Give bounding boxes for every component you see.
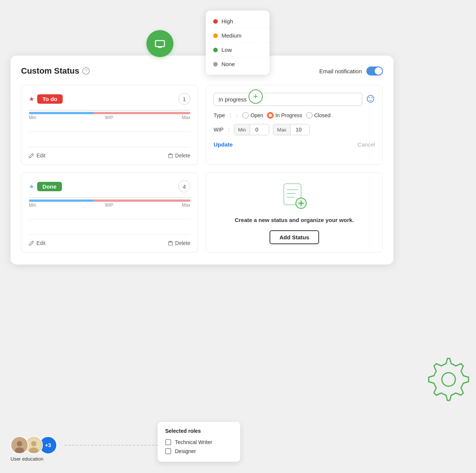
edit-icon <box>29 153 34 158</box>
add-panel-text: Create a new status and organize your wo… <box>235 216 354 225</box>
priority-medium[interactable]: Medium <box>206 29 270 43</box>
add-status-illustration <box>279 181 309 211</box>
status-card-done: ★ Done 4 Min WIP Max <box>21 172 198 252</box>
role-designer[interactable]: Designer <box>165 447 233 456</box>
priority-dot-none <box>213 62 218 66</box>
avatar-1 <box>11 436 29 454</box>
trash-icon <box>168 153 173 158</box>
done-bar-track <box>29 199 190 202</box>
todo-wip-label: WIP <box>105 115 113 120</box>
done-wip-bar: Min WIP Max <box>29 198 190 208</box>
wip-label: WIP <box>214 127 223 133</box>
todo-bar-track <box>29 112 190 114</box>
svg-rect-3 <box>169 154 172 158</box>
wip-max-label: Max <box>273 125 291 135</box>
done-edit-button[interactable]: Edit <box>29 240 45 246</box>
svg-point-23 <box>442 373 455 386</box>
wip-min-input[interactable] <box>250 124 269 135</box>
todo-sublabels: Min WIP Max <box>29 115 190 120</box>
role-designer-checkbox[interactable] <box>165 448 171 454</box>
todo-card-header: ★ To do 1 <box>29 93 190 105</box>
todo-wip-bar: Min WIP Max <box>29 110 190 120</box>
done-count: 4 <box>178 180 190 192</box>
done-star-icon[interactable]: ★ <box>29 183 34 190</box>
role-technical-writer-checkbox[interactable] <box>165 439 171 445</box>
user-avatar-2 <box>26 438 41 453</box>
email-notification-toggle[interactable] <box>366 66 383 76</box>
todo-star-icon[interactable]: ★ <box>29 95 34 103</box>
todo-badge: To do <box>37 94 63 104</box>
gear-icon <box>420 353 472 407</box>
svg-rect-11 <box>169 242 172 245</box>
done-card-header: ★ Done 4 <box>29 180 190 192</box>
wip-max-input[interactable] <box>291 124 309 135</box>
roles-title: Selected roles <box>165 428 233 434</box>
todo-max-label: Max <box>182 115 190 120</box>
type-open-option[interactable]: Open <box>242 112 263 119</box>
type-row: Type : : Open In Progress Closed <box>214 112 375 119</box>
todo-divider <box>29 147 190 147</box>
type-closed-option[interactable]: Closed <box>306 112 331 119</box>
priority-none-label: None <box>221 61 235 67</box>
edit-panel: Type : : Open In Progress Closed WIP <box>206 85 383 165</box>
type-closed-radio[interactable] <box>306 112 313 119</box>
edit-panel-header <box>214 93 375 106</box>
status-name-input[interactable] <box>214 93 362 106</box>
priority-high-label: High <box>221 18 233 24</box>
type-inprogress-option[interactable]: In Progress <box>267 112 302 119</box>
priority-dropdown[interactable]: High Medium Low None <box>206 11 270 75</box>
title-row: Custom Status ? <box>21 66 90 76</box>
wip-min-label: Min <box>234 125 250 135</box>
add-status-button[interactable]: Add Status <box>270 230 319 244</box>
done-card-left: ★ Done <box>29 182 62 191</box>
priority-dot-medium <box>213 33 218 38</box>
todo-delete-button[interactable]: Delete <box>168 153 190 159</box>
edit-actions: Update Cancel <box>214 141 375 148</box>
add-status-panel: Create a new status and organize your wo… <box>206 172 383 252</box>
card-header: Custom Status ? Email notification <box>21 66 383 76</box>
screen-record-button[interactable] <box>146 30 173 57</box>
svg-point-8 <box>367 95 374 102</box>
todo-edit-button[interactable]: Edit <box>29 153 45 159</box>
status-grid: ★ To do 1 Min WIP Max <box>21 85 383 252</box>
done-max-label: Max <box>182 202 190 208</box>
status-card-todo: ★ To do 1 Min WIP Max <box>21 85 198 165</box>
role-designer-label: Designer <box>175 448 196 454</box>
update-button[interactable]: Update <box>214 141 233 148</box>
svg-point-25 <box>17 441 22 446</box>
add-new-status-button[interactable]: + <box>249 89 263 104</box>
done-badge: Done <box>37 182 62 191</box>
type-open-label: Open <box>250 112 263 118</box>
type-inprogress-radio[interactable] <box>267 112 274 119</box>
type-closed-label: Closed <box>314 112 331 118</box>
priority-high[interactable]: High <box>206 14 270 29</box>
done-delete-button[interactable]: Delete <box>168 240 190 246</box>
done-min-label: Min <box>29 202 36 208</box>
trash-icon <box>168 240 173 246</box>
palette-icon <box>366 94 375 103</box>
wip-row: WIP : Min Max <box>214 124 375 135</box>
type-open-radio[interactable] <box>242 112 249 119</box>
help-icon[interactable]: ? <box>82 67 90 75</box>
user-avatar-1 <box>12 438 27 453</box>
role-technical-writer[interactable]: Technical Writer <box>165 438 233 447</box>
priority-low[interactable]: Low <box>206 43 270 57</box>
type-label: Type <box>214 112 225 118</box>
done-sublabels: Min WIP Max <box>29 202 190 208</box>
todo-min-label: Min <box>29 115 36 120</box>
cancel-button[interactable]: Cancel <box>357 141 375 148</box>
done-wip-label: WIP <box>105 202 113 208</box>
todo-card-actions: Edit Delete <box>29 153 190 159</box>
selected-roles-popup: Selected roles Technical Writer Designer <box>158 422 240 462</box>
add-status-svg <box>279 181 309 211</box>
edit-style-button[interactable] <box>366 94 375 104</box>
priority-none[interactable]: None <box>206 57 270 71</box>
todo-card-left: ★ To do <box>29 94 63 104</box>
done-divider <box>29 234 190 235</box>
priority-medium-label: Medium <box>221 32 241 39</box>
main-card: Custom Status ? Email notification ★ To … <box>11 56 393 264</box>
role-technical-writer-label: Technical Writer <box>175 439 212 445</box>
todo-count: 1 <box>178 93 190 105</box>
page-title: Custom Status <box>21 66 79 76</box>
wip-max-group: Max <box>273 124 310 135</box>
